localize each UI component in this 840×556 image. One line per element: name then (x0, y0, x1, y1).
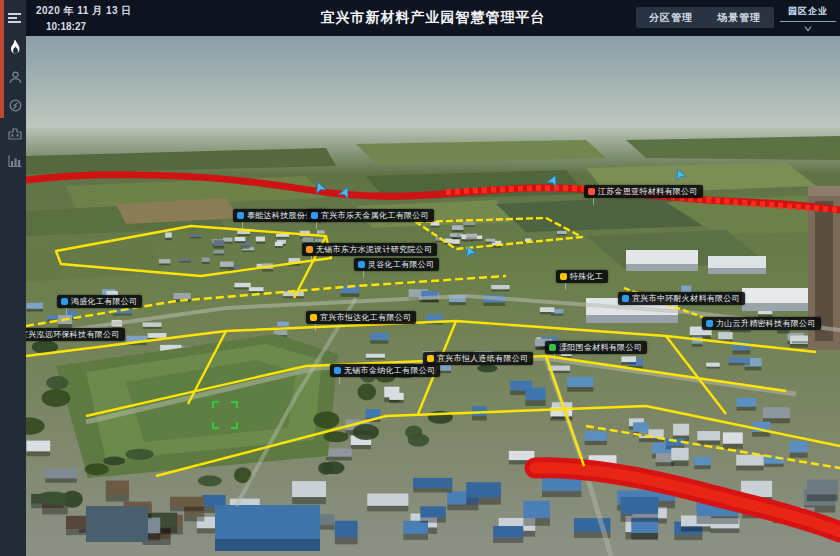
company-marker-icon (560, 273, 567, 280)
company-label[interactable]: 宜兴泓远环保科技有限公司 (26, 328, 125, 341)
company-label[interactable]: 宜兴市恒人造纸有限公司 (423, 352, 533, 365)
company-label[interactable]: 溧阳国金材料有限公司 (545, 341, 647, 354)
company-label[interactable]: 无锡市金纳化工有限公司 (330, 364, 440, 377)
factory-icon (8, 127, 22, 140)
top-header: 2020 年 11 月 13 日 10:18:27 宜兴市新材料产业园智慧管理平… (26, 0, 840, 36)
zone-management-button[interactable]: 分区管理 (636, 7, 706, 28)
company-label-text: 无锡市金纳化工有限公司 (344, 366, 435, 375)
company-label-text: 宜兴泓远环保科技有限公司 (26, 330, 120, 339)
map-3d-view[interactable]: 泰能达科技股份公司宜兴市乐天金属化工有限公司江苏金恩亚特材料有限公司无锡市东方水… (26, 36, 840, 556)
company-marker-icon (306, 246, 313, 253)
company-label-text: 无锡市东方水泥设计研究院公司 (316, 245, 432, 254)
company-label[interactable]: 宜兴市恒达化工有限公司 (306, 311, 416, 324)
company-label[interactable]: 宜兴市乐天金属化工有限公司 (307, 209, 434, 222)
dropdown-underline (780, 21, 836, 22)
current-date: 2020 年 11 月 13 日 (36, 4, 132, 18)
company-label-text: 特殊化工 (570, 272, 603, 281)
company-label[interactable]: 灵谷化工有限公司 (354, 258, 439, 271)
datetime-block: 2020 年 11 月 13 日 10:18:27 (36, 4, 132, 32)
smart-park-platform: 2020 年 11 月 13 日 10:18:27 宜兴市新材料产业园智慧管理平… (0, 0, 840, 556)
company-marker-icon (706, 320, 713, 327)
company-label-text: 宜兴市乐天金属化工有限公司 (321, 211, 429, 220)
company-label[interactable]: 力山云升精密科技有限公司 (702, 317, 821, 330)
company-label[interactable]: 特殊化工 (556, 270, 608, 283)
company-marker-icon (549, 344, 556, 351)
gauge-icon[interactable] (4, 94, 26, 116)
company-marker-icon (588, 188, 595, 195)
company-label[interactable]: 鸿盛化工有限公司 (57, 295, 142, 308)
company-label-text: 溧阳国金材料有限公司 (559, 343, 642, 352)
factory-icon[interactable] (4, 122, 26, 144)
dropdown-label: 园区企业 (780, 2, 836, 18)
company-label[interactable]: 宜兴市中环耐火材料有限公司 (618, 292, 745, 305)
gauge-icon (9, 99, 22, 112)
chevron-down-icon: ˅ (763, 24, 840, 34)
bar-chart-icon[interactable] (4, 150, 26, 172)
company-marker-icon (358, 261, 365, 268)
current-time: 10:18:27 (46, 21, 132, 32)
company-label[interactable]: 无锡市东方水泥设计研究院公司 (302, 243, 437, 256)
flame-icon (9, 40, 22, 55)
flame-icon[interactable] (4, 36, 26, 58)
company-label-text: 江苏金恩亚特材料有限公司 (598, 187, 698, 196)
company-marker-icon (61, 298, 68, 305)
person-icon[interactable] (4, 66, 26, 88)
company-marker-icon (622, 295, 629, 302)
company-marker-icon (311, 212, 318, 219)
person-icon (9, 71, 22, 84)
page-title: 宜兴市新材料产业园智慧管理平台 (321, 9, 546, 27)
company-marker-icon (427, 355, 434, 362)
menu-icon[interactable] (4, 7, 26, 29)
bar-chart-icon (8, 155, 22, 168)
sidebar (0, 0, 26, 556)
company-label-text: 鸿盛化工有限公司 (71, 297, 137, 306)
company-marker-icon (237, 212, 244, 219)
company-marker-icon (310, 314, 317, 321)
company-label-text: 宜兴市恒达化工有限公司 (320, 313, 411, 322)
company-marker-icon (334, 367, 341, 374)
company-label-text: 宜兴市恒人造纸有限公司 (437, 354, 528, 363)
park-enterprise-dropdown[interactable]: 园区企业 ˅ (780, 2, 836, 32)
company-label-text: 宜兴市中环耐火材料有限公司 (632, 294, 740, 303)
menu-icon (8, 12, 22, 24)
company-label[interactable]: 江苏金恩亚特材料有限公司 (584, 185, 703, 198)
company-label-text: 灵谷化工有限公司 (368, 260, 434, 269)
company-label-text: 力山云升精密科技有限公司 (716, 319, 816, 328)
